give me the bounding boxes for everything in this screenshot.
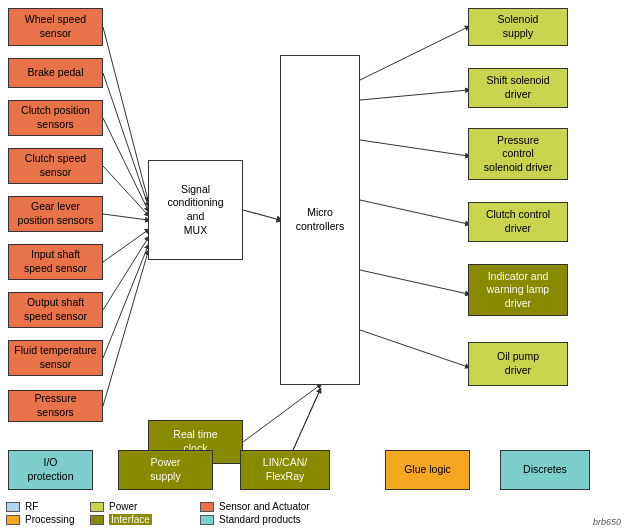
- legend-rf: RF: [6, 501, 74, 512]
- discretes: Discretes: [500, 450, 590, 490]
- legend-processing: Processing: [6, 514, 74, 525]
- svg-line-17: [360, 330, 468, 367]
- fluid-temperature-sensor: Fluid temperaturesensor: [8, 340, 103, 376]
- input-shaft-speed-sensor: Input shaftspeed sensor: [8, 244, 103, 280]
- svg-line-16: [360, 270, 468, 294]
- svg-line-12: [360, 27, 468, 80]
- pressure-sensors: Pressuresensors: [8, 390, 103, 422]
- micro-controllers: Microcontrollers: [280, 55, 360, 385]
- diagram-label: brb650: [593, 517, 621, 527]
- legend-sensor-actuator: Sensor and Actuator: [200, 501, 310, 512]
- legend: RF Processing: [6, 501, 74, 525]
- wheel-speed-sensor: Wheel speedsensor: [8, 8, 103, 46]
- legend-interface: Interface: [90, 514, 152, 525]
- gear-lever-position-sensors: Gear leverposition sensors: [8, 196, 103, 232]
- io-protection: I/Oprotection: [8, 450, 93, 490]
- svg-line-7: [103, 230, 148, 262]
- svg-line-20: [293, 390, 320, 450]
- svg-line-18: [243, 385, 320, 442]
- svg-line-6: [103, 214, 148, 220]
- lin-can-flexray: LIN/CAN/FlexRay: [240, 450, 330, 490]
- svg-line-11: [243, 210, 280, 220]
- indicator-warning-lamp-driver: Indicator andwarning lampdriver: [468, 264, 568, 316]
- clutch-speed-sensor: Clutch speedsensor: [8, 148, 103, 184]
- clutch-control-driver: Clutch controldriver: [468, 202, 568, 242]
- svg-line-9: [103, 246, 148, 358]
- svg-line-8: [103, 238, 148, 310]
- svg-line-5: [103, 166, 148, 215]
- svg-line-13: [360, 90, 468, 100]
- output-shaft-speed-sensor: Output shaftspeed sensor: [8, 292, 103, 328]
- solenoid-supply: Solenoidsupply: [468, 8, 568, 46]
- svg-line-19: [293, 390, 320, 450]
- glue-logic: Glue logic: [385, 450, 470, 490]
- oil-pump-driver: Oil pumpdriver: [468, 342, 568, 386]
- legend2: Power Interface: [90, 501, 152, 525]
- diagram: Wheel speedsensor Brake pedal Clutch pos…: [0, 0, 627, 531]
- svg-line-4: [103, 118, 148, 210]
- shift-solenoid-driver: Shift solenoiddriver: [468, 68, 568, 108]
- power-supply: Powersupply: [118, 450, 213, 490]
- brake-pedal: Brake pedal: [8, 58, 103, 88]
- clutch-position-sensors: Clutch positionsensors: [8, 100, 103, 136]
- svg-line-14: [360, 140, 468, 156]
- pressure-control-solenoid-driver: Pressurecontrolsolenoid driver: [468, 128, 568, 180]
- legend-standard: Standard products: [200, 514, 310, 525]
- legend3: Sensor and Actuator Standard products: [200, 501, 310, 525]
- legend-power: Power: [90, 501, 152, 512]
- svg-line-10: [103, 252, 148, 406]
- signal-conditioning: SignalconditioningandMUX: [148, 160, 243, 260]
- svg-line-15: [360, 200, 468, 224]
- svg-line-2: [103, 27, 148, 200]
- svg-line-3: [103, 73, 148, 205]
